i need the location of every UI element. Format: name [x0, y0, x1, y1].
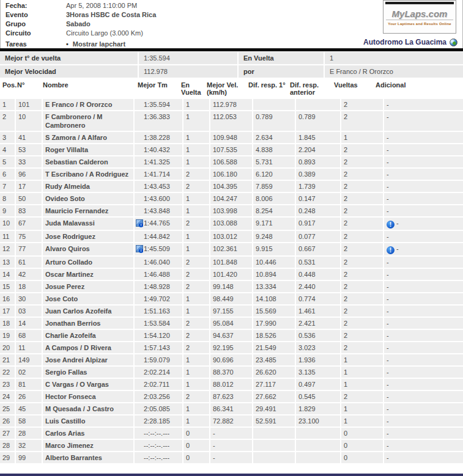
cell-additional: !-: [384, 99, 463, 110]
cell-diff-first: 17.990: [253, 318, 295, 329]
cell-best-speed: 107.535: [210, 144, 252, 155]
cell-num: 10: [16, 111, 42, 131]
additional-value: -: [387, 146, 389, 153]
additional-value: -: [387, 393, 389, 400]
cell-num: 02: [16, 367, 42, 378]
table-row: 15 18 Josue Perez 1:48.928 2 99.148 13.3…: [0, 281, 463, 292]
cell-pos: 27: [0, 428, 15, 439]
cell-name: A Campos / D Rivera: [43, 342, 133, 353]
cell-diff-prev: 0.917: [296, 218, 340, 230]
cell-additional: !-: [384, 144, 463, 155]
cell-best-speed: 103.998: [210, 205, 252, 216]
cell-best-speed: 72.882: [210, 416, 252, 427]
circuito-label: Circuito: [1, 29, 66, 37]
additional-value: -: [396, 245, 399, 252]
table-row: 13 61 Arturo Collado 1:46.040 2 101.848 …: [0, 257, 463, 268]
additional-value: -: [396, 219, 399, 227]
best-time-value: 1:40.432: [144, 145, 170, 154]
cell-best-speed: 106.180: [210, 169, 252, 180]
cell-pos: 13: [0, 257, 15, 268]
cell-name: Juda Malavassi: [43, 218, 133, 230]
laptime-note-icon[interactable]: [136, 219, 143, 227]
cell-laps: 2: [341, 218, 383, 230]
cell-name: Rudy Almeida: [43, 181, 133, 192]
cell-best-speed: 99.148: [210, 281, 252, 292]
table-row: 20 11 A Campos / D Rivera 1:57.143 2 92.…: [0, 342, 463, 353]
cell-additional: !-: [384, 428, 463, 439]
logo-top-bar: [385, 2, 454, 4]
cell-additional: !-: [384, 132, 463, 143]
table-row: 28 32 Marco Jimenez --:--:--.--- 0 - 0 !…: [0, 440, 463, 451]
cell-num: 68: [16, 330, 42, 341]
by-value: E Franco / R Ororzco: [325, 65, 463, 78]
cell-best-time: 1:36.383: [135, 111, 182, 131]
cell-best-time: 1:53.584: [135, 318, 182, 329]
cell-best-speed: 88.370: [210, 367, 252, 378]
additional-value: -: [387, 158, 389, 166]
cell-name: Arturo Collado: [43, 257, 133, 268]
cell-name: Alvaro Quiros: [43, 243, 133, 255]
cell-laps: 2: [341, 306, 383, 317]
cell-additional: !-: [384, 231, 463, 242]
cell-additional: !-: [384, 243, 463, 255]
cell-on-lap: 2: [183, 169, 209, 180]
cell-name: Sergio Fallas: [43, 367, 133, 378]
cell-diff-prev: 0.077: [296, 231, 340, 242]
best-lap-value: 1:35.594: [139, 52, 237, 64]
cell-on-lap: 2: [183, 391, 209, 402]
cell-diff-prev: 3.135: [296, 367, 340, 378]
cell-diff-prev: 0.789: [296, 111, 340, 131]
table-row: 16 30 Jose Coto 1:49.702 1 98.449 14.108…: [0, 293, 463, 304]
cell-on-lap: 2: [183, 330, 209, 341]
cell-num: 149: [16, 354, 42, 365]
circuito-value: Circuito Largo (3.000 Km): [66, 29, 143, 37]
cell-num: 77: [16, 243, 42, 255]
table-row: 1 101 E Franco / R Ororzco 1:35.594 1 11…: [0, 99, 463, 110]
best-time-value: --:--:--.---: [144, 429, 169, 438]
cell-name: Mauricio Fernandez: [43, 205, 133, 216]
cell-pos: 8: [0, 193, 15, 204]
cell-name: Jose Rodriguez: [43, 231, 133, 242]
cell-best-speed: -: [210, 440, 252, 451]
cell-diff-prev: 23.100: [296, 416, 340, 427]
results-table-body: 1 101 E Franco / R Ororzco 1:35.594 1 11…: [0, 99, 463, 463]
cell-name: F Cambronero / M Cambronero: [43, 111, 133, 131]
evento-value: 3Horas HSBC de Costa Rica: [66, 11, 156, 18]
cell-on-lap: 1: [183, 243, 209, 255]
cell-pos: 21: [0, 354, 15, 365]
section-divider-bar: [0, 48, 463, 51]
header-pos: Pos.: [0, 81, 15, 96]
table-row: 25 45 M Quesada / J Castro 2:05.085 1 86…: [0, 403, 463, 414]
best-time-value: 2:02.711: [144, 380, 169, 389]
additional-value: -: [387, 368, 389, 376]
table-row: 14 42 Oscar Martinez 1:46.488 2 101.420 …: [0, 269, 463, 280]
cell-best-time: 1:44.842: [135, 231, 182, 242]
cell-additional: !-: [384, 403, 463, 414]
cell-name: T Escribano / A Rodriguez: [43, 169, 133, 180]
cell-additional: !-: [384, 318, 463, 329]
cell-pos: 11: [0, 231, 15, 242]
info-icon[interactable]: !: [387, 221, 394, 229]
table-row: 2 10 F Cambronero / M Cambronero 1:36.38…: [0, 111, 463, 131]
cell-best-time: 1:45.509: [135, 243, 182, 255]
cell-best-speed: 101.420: [210, 269, 252, 280]
cell-on-lap: 1: [183, 231, 209, 242]
show-lapchart-link[interactable]: Mostrar lapchart: [73, 40, 125, 48]
cell-on-lap: 1: [183, 132, 209, 143]
cell-best-speed: 97.155: [210, 306, 252, 317]
venue-link[interactable]: Autodromo La Guacima: [363, 37, 457, 47]
table-row: 17 03 Juan Carlos Azofeifa 1:51.163 1 97…: [0, 306, 463, 317]
cell-best-time: 2:03.256: [135, 391, 182, 402]
cell-pos: 2: [0, 111, 15, 131]
laptime-note-icon[interactable]: [136, 245, 143, 252]
mylaps-logo[interactable]: MyLaps.com Your Laptimes and Results Onl…: [383, 0, 456, 34]
info-icon[interactable]: !: [387, 246, 394, 254]
table-row: 7 17 Rudy Almeida 1:43.453 2 104.395 7.8…: [0, 181, 463, 192]
header-adicional: Adicional: [373, 81, 463, 96]
cell-best-speed: 103.012: [210, 231, 252, 242]
cell-name: Jonathan Berrios: [43, 318, 133, 329]
cell-diff-first: [253, 452, 295, 463]
fecha-label: Fecha:: [1, 2, 66, 9]
cell-on-lap: 1: [183, 293, 209, 304]
cell-on-lap: 1: [183, 403, 209, 414]
